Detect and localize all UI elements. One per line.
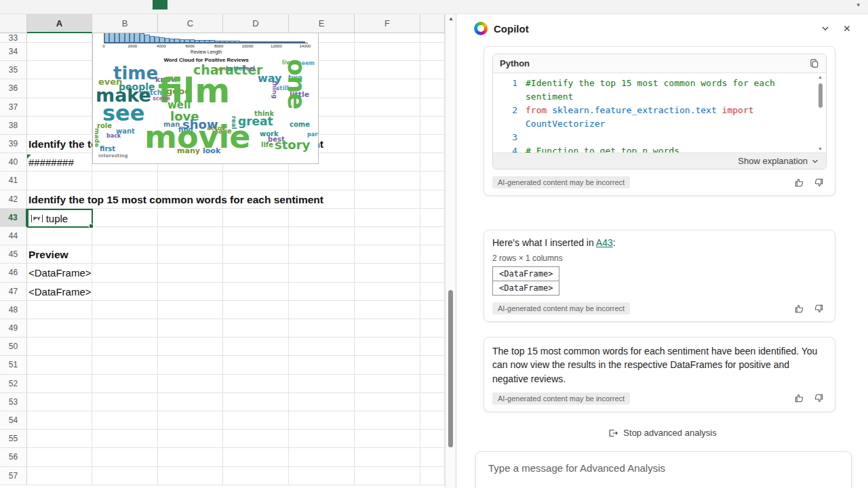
grid-cell[interactable] bbox=[289, 283, 355, 301]
grid-cell[interactable] bbox=[289, 301, 355, 319]
grid-cell[interactable] bbox=[289, 245, 355, 264]
grid-cell[interactable] bbox=[420, 43, 445, 61]
grid-cell[interactable] bbox=[223, 467, 289, 485]
chat-input-card[interactable] bbox=[475, 451, 852, 488]
grid-cell[interactable] bbox=[289, 171, 355, 190]
grid-cell[interactable] bbox=[420, 117, 445, 135]
grid-cell[interactable] bbox=[27, 338, 92, 356]
grid-cell[interactable] bbox=[158, 283, 223, 301]
grid-cell[interactable] bbox=[355, 245, 420, 264]
grid-cell[interactable] bbox=[420, 430, 445, 448]
grid-cell[interactable] bbox=[289, 319, 355, 338]
grid-cell[interactable] bbox=[355, 356, 420, 374]
grid-cell[interactable] bbox=[355, 171, 420, 190]
grid-cell[interactable] bbox=[27, 79, 92, 98]
grid-cell[interactable] bbox=[420, 209, 445, 227]
grid-cell[interactable] bbox=[158, 430, 223, 448]
grid-cell[interactable] bbox=[158, 375, 223, 393]
grid-cell[interactable] bbox=[27, 411, 92, 430]
thumbs-down-icon[interactable] bbox=[814, 304, 824, 314]
cell-reference-link[interactable]: A43 bbox=[596, 237, 613, 248]
grid-cell[interactable] bbox=[223, 448, 289, 466]
row-header-55[interactable]: 55 bbox=[0, 430, 27, 448]
grid-cell[interactable] bbox=[420, 467, 445, 485]
grid-cell[interactable] bbox=[289, 356, 355, 374]
grid-cell[interactable] bbox=[420, 153, 445, 171]
grid-cell[interactable] bbox=[92, 448, 158, 466]
grid-cell[interactable] bbox=[289, 375, 355, 393]
grid-cell[interactable] bbox=[289, 411, 355, 430]
grid-cell[interactable] bbox=[92, 411, 158, 430]
select-all-corner[interactable] bbox=[0, 14, 27, 33]
grid-cell[interactable] bbox=[158, 319, 223, 338]
grid-cell[interactable] bbox=[223, 171, 289, 190]
grid-cell[interactable] bbox=[223, 283, 289, 301]
embedded-chart-image[interactable]: 02000400060008000100001200014000 Review … bbox=[92, 14, 319, 164]
grid-cell[interactable] bbox=[158, 301, 223, 319]
grid-cell[interactable] bbox=[92, 245, 158, 264]
grid-cell[interactable] bbox=[223, 356, 289, 374]
grid-cell[interactable] bbox=[92, 375, 158, 393]
row-header-37[interactable]: 37 bbox=[0, 98, 27, 117]
column-header-F[interactable]: F bbox=[355, 14, 420, 33]
grid-cell[interactable] bbox=[355, 135, 420, 153]
grid-cell[interactable] bbox=[289, 227, 355, 245]
grid-cell[interactable] bbox=[92, 171, 158, 190]
grid-cell[interactable] bbox=[355, 338, 420, 356]
sheet-vertical-scrollbar[interactable]: ▲ bbox=[445, 14, 456, 488]
grid-cell[interactable] bbox=[420, 33, 445, 43]
grid-cell[interactable] bbox=[92, 209, 158, 227]
grid-cell[interactable] bbox=[27, 43, 92, 61]
grid-cell[interactable] bbox=[420, 338, 445, 356]
scroll-up-icon[interactable]: ▲ bbox=[448, 16, 454, 22]
column-header-E[interactable]: E bbox=[289, 14, 355, 33]
grid-cell[interactable] bbox=[92, 319, 158, 338]
row-header-48[interactable]: 48 bbox=[0, 301, 27, 319]
grid-cell[interactable] bbox=[355, 283, 420, 301]
grid-cell[interactable] bbox=[420, 319, 445, 338]
grid-cell[interactable] bbox=[420, 135, 445, 153]
chat-input[interactable] bbox=[487, 462, 843, 474]
grid-cell[interactable] bbox=[355, 98, 420, 117]
column-header-D[interactable]: D bbox=[223, 14, 289, 33]
grid-cell[interactable] bbox=[223, 375, 289, 393]
thumbs-up-icon[interactable] bbox=[794, 304, 804, 314]
grid-cell[interactable] bbox=[27, 319, 92, 338]
grid-cell[interactable] bbox=[355, 43, 420, 61]
grid-cell[interactable] bbox=[355, 117, 420, 135]
grid-cell[interactable] bbox=[355, 411, 420, 430]
grid-cell[interactable] bbox=[289, 393, 355, 411]
row-header-36[interactable]: 36 bbox=[0, 79, 27, 98]
grid-cell[interactable] bbox=[289, 448, 355, 466]
row-header-45[interactable]: 45 bbox=[0, 245, 27, 264]
grid-cell[interactable] bbox=[420, 283, 445, 301]
grid-cell[interactable] bbox=[158, 264, 223, 282]
grid-cell[interactable] bbox=[420, 393, 445, 411]
thumbs-down-icon[interactable] bbox=[814, 393, 824, 403]
grid-cell[interactable] bbox=[223, 245, 289, 264]
grid-cell[interactable] bbox=[27, 393, 92, 411]
grid-cell[interactable] bbox=[355, 393, 420, 411]
grid-cell[interactable] bbox=[420, 227, 445, 245]
grid-cell[interactable] bbox=[289, 209, 355, 227]
grid-cell[interactable] bbox=[223, 227, 289, 245]
column-header-partial[interactable] bbox=[420, 14, 445, 33]
grid-cell[interactable] bbox=[27, 375, 92, 393]
stop-advanced-analysis-button[interactable]: Stop advanced analysis bbox=[604, 427, 720, 439]
row-header-33[interactable]: 33 bbox=[0, 33, 27, 43]
grid-cell[interactable] bbox=[355, 61, 420, 79]
grid-cell[interactable] bbox=[355, 227, 420, 245]
grid-cell[interactable] bbox=[27, 171, 92, 190]
grid-cell[interactable] bbox=[420, 375, 445, 393]
column-header-B[interactable]: B bbox=[92, 14, 158, 33]
close-panel-icon[interactable] bbox=[842, 24, 852, 33]
grid-cell[interactable] bbox=[420, 171, 445, 190]
code-scroll-down-icon[interactable]: ▼ bbox=[818, 146, 823, 151]
grid-cell[interactable] bbox=[158, 411, 223, 430]
grid-cell[interactable] bbox=[27, 430, 92, 448]
scrollbar-thumb[interactable] bbox=[448, 290, 453, 447]
grid-cell[interactable] bbox=[223, 338, 289, 356]
grid-cell[interactable] bbox=[420, 61, 445, 79]
grid-cell[interactable] bbox=[289, 264, 355, 282]
grid-cell[interactable] bbox=[355, 430, 420, 448]
